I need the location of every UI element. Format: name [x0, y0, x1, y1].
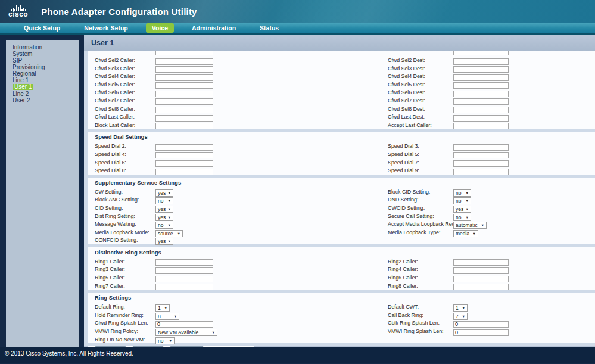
chevron-down-icon: ▼ [168, 239, 171, 243]
field-cell: yes▼ [155, 235, 388, 245]
nav-tab-network-setup[interactable]: Network Setup [78, 23, 134, 33]
form-row: Cfwd Sel2 Caller:Cfwd Sel2 Dest: [88, 55, 595, 63]
form-row: Speed Dial 2:Speed Dial 3: [88, 141, 595, 149]
dist-ring-setting-label: Dist Ring Setting: [95, 213, 155, 219]
ring-on-no-new-vm-select[interactable]: no▼ [155, 337, 175, 344]
refresh-button[interactable]: Refresh [170, 346, 204, 347]
form-row: Ring7 Caller:Ring8 Caller: [88, 281, 595, 289]
confcid-setting-select[interactable]: yes▼ [155, 238, 173, 245]
app-title: Phone Adapter Configuration Utility [41, 7, 197, 17]
field-cell: no▼ [155, 334, 388, 345]
nav-tab-status[interactable]: Status [254, 23, 285, 33]
sidebar-item-provisioning[interactable]: Provisioning [13, 64, 45, 70]
speed-dial-2-label: Speed Dial 2: [95, 143, 155, 149]
cfwd-sel4-dest-label: Cfwd Sel4 Dest: [388, 73, 453, 79]
cfwd-sel1-caller-input[interactable] [155, 51, 213, 55]
form-row: CW Setting:yes▼Block CID Setting:no▼ [88, 186, 595, 195]
section-title-speed-dial-settings: Speed Dial Settings [88, 132, 595, 141]
sidebar-item-sip[interactable]: SIP [13, 57, 22, 64]
form-row: Default Ring:1▼Default CWT:1▼ [88, 301, 595, 310]
cancel-button[interactable]: Cancel [132, 346, 164, 347]
media-loopback-type-selected-value: media [456, 231, 469, 237]
chevron-down-icon: ▼ [473, 232, 476, 235]
body-row: InformationSystemSIPProvisioningRegional… [0, 35, 595, 347]
dnd-setting-label: DND Setting: [388, 197, 453, 203]
accept-last-caller-label: Accept Last Caller: [388, 122, 453, 128]
form-row: Block ANC Setting:no▼DND Setting:no▼ [88, 194, 595, 203]
cfwd-sel3-caller-label: Cfwd Sel3 Caller: [95, 66, 155, 71]
speed-dial-8-input[interactable] [155, 169, 213, 175]
sidebar-item-regional[interactable]: Regional [13, 70, 36, 77]
form-row: Cfwd Last Caller:Cfwd Last Dest: [88, 111, 595, 120]
cfwd-sel4-caller-label: Cfwd Sel4 Caller: [95, 73, 155, 79]
submit-button[interactable]: Submit [95, 346, 126, 347]
form-row: Ring3 Caller:Ring4 Caller: [88, 264, 595, 272]
field-cell [453, 120, 595, 130]
form-row: Speed Dial 8:Speed Dial 9: [88, 165, 595, 173]
cfwd-sel6-caller-label: Cfwd Sel6 Caller: [95, 89, 155, 95]
sidebar-item-information[interactable]: Information [13, 44, 42, 51]
speed-dial-7-label: Speed Dial 7: [388, 160, 453, 166]
block-last-caller-input[interactable] [155, 123, 213, 129]
form-row: Speed Dial 6:Speed Dial 7: [88, 157, 595, 166]
speed-dial-8-label: Speed Dial 8: [95, 167, 155, 173]
ring1-caller-label: Ring1 Caller: [95, 259, 155, 265]
block-anc-setting-label: Block ANC Setting: [95, 197, 155, 203]
cfwd-sel2-caller-label: Cfwd Sel2 Caller: [95, 57, 155, 63]
speed-dial-4-label: Speed Dial 4: [95, 151, 155, 157]
media-loopback-type-select[interactable]: media▼ [453, 230, 478, 237]
sidebar-item-system[interactable]: System [13, 51, 32, 57]
ring-on-no-new-vm-selected-value: no [158, 338, 163, 344]
sidebar-item-line-2[interactable]: Line 2 [13, 91, 29, 97]
form-row: Cfwd Sel6 Caller:Cfwd Sel6 Dest: [88, 87, 595, 95]
ring8-caller-input[interactable] [453, 284, 509, 290]
nav-tab-voice[interactable]: Voice [146, 23, 174, 33]
sidebar-item-user-1[interactable]: User 1 [13, 84, 33, 90]
section-supplementary-service-settings: Supplementary Service SettingsCW Setting… [88, 178, 595, 244]
sidebar: InformationSystemSIPProvisioningRegional… [6, 40, 79, 347]
chevron-down-icon: ▼ [169, 339, 172, 343]
field-cell [155, 120, 388, 130]
media-loopback-mode-label: Media Loopback Mode: [95, 229, 155, 235]
speed-dial-9-label: Speed Dial 9: [388, 167, 453, 173]
nav-tab-administration[interactable]: Administration [186, 23, 242, 33]
form-row: Media Loopback Mode:source▼Media Loopbac… [88, 227, 595, 235]
form-row: Message Waiting:no▼Accept Media Loopback… [88, 219, 595, 227]
form-row: Cfwd Sel3 Caller:Cfwd Sel3 Dest: [88, 63, 595, 71]
speed-dial-9-input[interactable] [453, 169, 509, 175]
cfwd-ring-splash-len-label: Cfwd Ring Splash Len: [95, 320, 155, 326]
sidebar-item-line-1[interactable]: Line 1 [13, 77, 29, 83]
app-footer: © 2013 Cisco Systems, Inc. All Rights Re… [0, 347, 595, 363]
ring7-caller-input[interactable] [155, 284, 213, 290]
cfwd-sel8-caller-label: Cfwd Sel8 Caller: [95, 106, 155, 112]
form-row: Ring5 Caller:Ring6 Caller: [88, 272, 595, 281]
block-cid-setting-label: Block CID Setting: [388, 189, 453, 195]
form-row: Hold Reminder Ring:8▼Call Back Ring:7▼ [88, 310, 595, 318]
field-cell: media▼ [453, 227, 595, 238]
button-bar: SubmitCancelRefresh [84, 346, 595, 347]
section-speed-dial-settings: Speed Dial SettingsSpeed Dial 2:Speed Di… [88, 132, 595, 174]
vmwi-ring-splash-len-input[interactable] [453, 329, 509, 336]
cfwd-sel1-dest-input[interactable] [453, 51, 509, 55]
section-ring-settings: Ring SettingsDefault Ring:1▼Default CWT:… [88, 293, 595, 343]
clipped-row [88, 51, 595, 55]
field-cell [155, 165, 388, 176]
main-nav: Quick SetupNetwork SetupVoiceAdministrat… [0, 23, 595, 35]
ring6-caller-label: Ring6 Caller: [388, 275, 453, 281]
section-title-ring-settings: Ring Settings [88, 293, 595, 301]
app-header: cisco Phone Adapter Configuration Utilit… [0, 0, 595, 23]
cid-setting-label: CID Setting: [95, 205, 155, 211]
hold-reminder-ring-label: Hold Reminder Ring: [95, 312, 155, 318]
cisco-logo: cisco [8, 5, 28, 18]
accept-media-loopback-request-label: Accept Media Loopback Request: [388, 221, 453, 227]
field-cell [453, 165, 595, 176]
accept-last-caller-input[interactable] [453, 123, 509, 129]
ring2-caller-label: Ring2 Caller: [388, 259, 453, 265]
field-cell [453, 281, 595, 291]
app-window: cisco Phone Adapter Configuration Utilit… [0, 0, 595, 363]
nav-tab-quick-setup[interactable]: Quick Setup [18, 23, 66, 33]
sidebar-item-user-2[interactable]: User 2 [13, 97, 30, 104]
form-row: Cfwd Sel4 Caller:Cfwd Sel4 Dest: [88, 71, 595, 79]
secure-call-setting-label: Secure Call Setting: [388, 213, 453, 219]
form-row: Dist Ring Setting:yes▼Secure Call Settin… [88, 211, 595, 219]
